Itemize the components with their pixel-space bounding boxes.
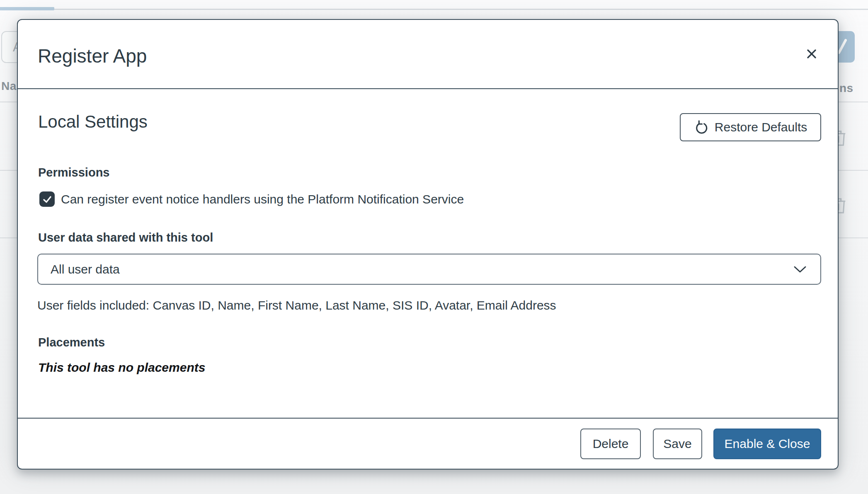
placements-heading: Placements <box>38 336 105 349</box>
pns-checkbox-label[interactable]: Can register event notice handlers using… <box>61 191 464 207</box>
placements-empty-message: This tool has no placements <box>38 361 205 375</box>
permissions-heading: Permissions <box>38 166 109 179</box>
modal-footer-divider <box>18 418 838 419</box>
user-data-heading: User data shared with this tool <box>38 231 213 245</box>
background-tabbar-border <box>0 9 868 10</box>
modal-header-divider <box>18 88 838 89</box>
checkmark-icon <box>42 194 52 204</box>
save-button[interactable]: Save <box>653 429 702 459</box>
delete-button[interactable]: Delete <box>580 429 641 459</box>
modal-title: Register App <box>38 45 147 67</box>
user-data-select[interactable]: All user data <box>37 254 821 285</box>
chevron-down-icon <box>793 265 807 274</box>
restore-defaults-label: Restore Defaults <box>715 120 807 134</box>
background-column-header-name: Na <box>1 80 17 93</box>
close-icon <box>805 48 818 60</box>
pns-checkbox[interactable] <box>39 191 55 207</box>
reset-icon <box>694 120 709 135</box>
user-fields-note: User fields included: Canvas ID, Name, F… <box>37 298 556 312</box>
user-data-select-value: All user data <box>51 262 120 276</box>
restore-defaults-button[interactable]: Restore Defaults <box>680 113 821 141</box>
background-column-header-actions: ns <box>839 82 853 95</box>
local-settings-heading: Local Settings <box>38 112 148 132</box>
register-app-modal: Register App Local Settings Restore Defa… <box>17 19 839 470</box>
background-active-tab-underline <box>0 7 54 10</box>
enable-close-button[interactable]: Enable & Close <box>713 429 821 459</box>
close-button[interactable] <box>799 41 824 66</box>
app-screen: A Na ns Register App <box>0 0 868 494</box>
